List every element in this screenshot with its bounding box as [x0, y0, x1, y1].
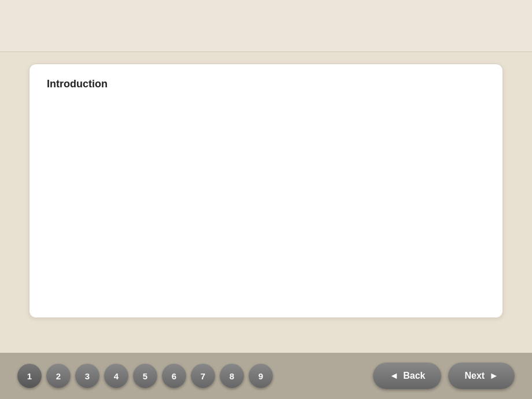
page-btn-4[interactable]: 4 [104, 364, 128, 388]
back-arrow-icon: ◄ [389, 371, 398, 381]
page-btn-9[interactable]: 9 [249, 364, 273, 388]
page-btn-5[interactable]: 5 [133, 364, 157, 388]
page-btn-1[interactable]: 1 [17, 364, 42, 388]
page-btn-3[interactable]: 3 [75, 364, 99, 388]
next-button[interactable]: Next ► [448, 363, 515, 389]
page-btn-6[interactable]: 6 [162, 364, 186, 388]
content-card: Introduction [29, 64, 503, 318]
back-button[interactable]: ◄ Back [373, 363, 441, 389]
nav-buttons: ◄ Back Next ► [373, 363, 515, 389]
page-numbers: 1 2 3 4 5 6 7 8 9 [17, 364, 273, 388]
page-btn-8[interactable]: 8 [220, 364, 244, 388]
next-arrow-icon: ► [489, 371, 498, 381]
top-bar [0, 0, 532, 52]
next-label: Next [464, 371, 485, 381]
page-btn-2[interactable]: 2 [46, 364, 71, 388]
back-label: Back [403, 371, 425, 381]
page-btn-7[interactable]: 7 [191, 364, 215, 388]
card-title: Introduction [47, 78, 485, 90]
main-area: Introduction [0, 52, 532, 353]
bottom-bar: 1 2 3 4 5 6 7 8 9 ◄ Back Next ► [0, 353, 532, 399]
